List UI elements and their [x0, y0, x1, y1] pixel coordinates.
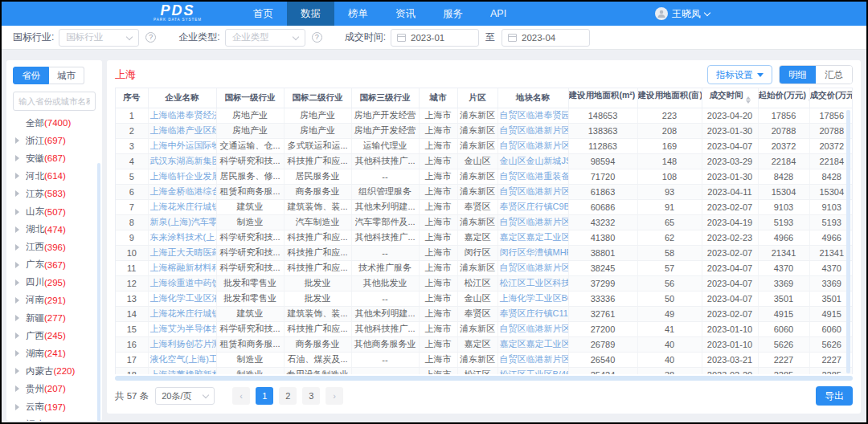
- expand-arrow-icon[interactable]: [15, 350, 23, 357]
- help-icon[interactable]: [145, 32, 156, 43]
- parcel-link[interactable]: 自贸区临港新片区0...: [500, 125, 569, 135]
- expand-arrow-icon[interactable]: [15, 173, 23, 179]
- province-item[interactable]: 河南(291): [6, 292, 102, 309]
- company-link[interactable]: 上海榕融新材料科...: [150, 263, 217, 272]
- nav-tab[interactable]: 服务: [429, 2, 477, 26]
- expand-arrow-icon[interactable]: [15, 226, 23, 233]
- parcel-link[interactable]: 金山区金山新城JS...: [500, 156, 569, 165]
- company-link[interactable]: 上海艾为半导体技...: [150, 324, 217, 333]
- province-item[interactable]: 广西(245): [6, 327, 102, 344]
- parcel-link[interactable]: 自贸区临港新片区...: [500, 354, 569, 364]
- column-header[interactable]: 成交价(万元): [809, 88, 853, 108]
- province-item[interactable]: 江苏(583): [6, 185, 102, 202]
- date-to-input[interactable]: 2023-04: [502, 29, 590, 47]
- page-size-select[interactable]: 20条/页: [155, 387, 215, 405]
- parcel-link[interactable]: 松江区工业区B/46...: [500, 369, 569, 374]
- user-menu[interactable]: 王晓凤: [655, 2, 710, 26]
- company-link[interactable]: 上海徐重道中药饮...: [150, 278, 217, 287]
- parcel-link[interactable]: 上海化学工业区B6-...: [500, 293, 569, 303]
- company-link[interactable]: 上海利扬创芯片测...: [150, 339, 217, 349]
- expand-arrow-icon[interactable]: [15, 385, 23, 392]
- province-item[interactable]: 四川(295): [6, 274, 102, 292]
- company-link[interactable]: 武汉东湖高新集团...: [150, 156, 217, 165]
- next-page-button[interactable]: ›: [326, 387, 343, 405]
- province-item[interactable]: 安徽(687): [6, 149, 102, 167]
- nav-tab[interactable]: 榜单: [334, 2, 382, 26]
- parcel-link[interactable]: 自贸区临港新片区P...: [500, 324, 569, 333]
- view-toggle-option[interactable]: 汇总: [816, 66, 852, 84]
- company-link[interactable]: 上海花米庄行城镇...: [150, 308, 217, 318]
- expand-arrow-icon[interactable]: [15, 315, 23, 321]
- page-button[interactable]: 2: [279, 387, 297, 405]
- page-button[interactable]: 3: [302, 387, 320, 405]
- expand-arrow-icon[interactable]: [15, 209, 23, 215]
- export-button[interactable]: 导出: [816, 386, 853, 406]
- expand-arrow-icon[interactable]: [15, 279, 23, 286]
- province-item[interactable]: 内蒙古(220): [6, 362, 102, 380]
- sort-icon[interactable]: [746, 94, 751, 106]
- province-item[interactable]: 全部(7400): [6, 114, 102, 132]
- province-item[interactable]: 湖南(241): [6, 344, 102, 362]
- company-link[interactable]: 上海中外运国际物...: [150, 141, 217, 150]
- company-link[interactable]: 上海临港奉贤经济...: [150, 110, 217, 120]
- province-item[interactable]: 湖北(474): [6, 221, 102, 238]
- parcel-link[interactable]: 奉贤区庄行镇C9B-7...: [500, 202, 569, 211]
- vertical-scrollbar[interactable]: [846, 110, 850, 373]
- date-from-input[interactable]: 2023-01: [391, 29, 479, 47]
- expand-arrow-icon[interactable]: [15, 368, 23, 374]
- province-item[interactable]: 贵州(207): [6, 380, 102, 398]
- province-item[interactable]: 福建(172): [6, 416, 102, 421]
- region-tab[interactable]: 城市: [49, 67, 84, 84]
- parcel-link[interactable]: 自贸区临港奉贤园...: [500, 110, 569, 120]
- province-item[interactable]: 云南(197): [6, 398, 102, 416]
- nav-tab[interactable]: 首页: [240, 2, 287, 26]
- nav-tab[interactable]: 数据: [287, 2, 334, 26]
- parcel-link[interactable]: 嘉定区嘉定工业区(...: [500, 339, 569, 349]
- parcel-link[interactable]: 松江区工业区科技...: [500, 278, 569, 287]
- expand-arrow-icon[interactable]: [15, 244, 23, 251]
- column-header[interactable]: 建设用地面积(m²): [568, 88, 637, 108]
- province-item[interactable]: 河北(614): [6, 167, 102, 185]
- parcel-link[interactable]: 自贸区临港新片区...: [500, 186, 569, 196]
- pds-logo[interactable]: PDS PARK DATA SYSTEM: [154, 3, 202, 22]
- company-link[interactable]: 上海诗董橡胶新材...: [150, 369, 217, 374]
- nav-tab[interactable]: 资讯: [382, 2, 429, 26]
- expand-arrow-icon[interactable]: [15, 137, 23, 144]
- column-header[interactable]: 起始价(万元): [758, 88, 809, 108]
- expand-arrow-icon[interactable]: [15, 190, 23, 197]
- parcel-link[interactable]: 自贸区临港重装备...: [500, 171, 569, 181]
- parcel-link[interactable]: 闵行区华漕镇MHP0...: [500, 247, 569, 257]
- parcel-link[interactable]: 自贸区临港新片区...: [500, 263, 569, 272]
- province-item[interactable]: 新疆(277): [6, 309, 102, 327]
- sidebar-scrollbar[interactable]: [97, 163, 100, 421]
- region-search-input[interactable]: [13, 92, 96, 111]
- prev-page-button[interactable]: ‹: [232, 387, 250, 405]
- expand-arrow-icon[interactable]: [15, 155, 23, 161]
- company-type-select[interactable]: 企业类型: [225, 29, 305, 47]
- expand-arrow-icon[interactable]: [15, 262, 23, 268]
- province-item[interactable]: 江西(396): [6, 238, 102, 256]
- view-toggle-option[interactable]: 明细: [780, 66, 816, 84]
- expand-arrow-icon[interactable]: [15, 297, 23, 304]
- metric-settings-button[interactable]: 指标设置: [707, 65, 772, 84]
- help-icon[interactable]: [312, 32, 322, 43]
- column-header[interactable]: 成交时间: [702, 88, 758, 108]
- company-link[interactable]: 上海正大天晴医药...: [150, 247, 217, 257]
- parcel-link[interactable]: 奉贤区庄行镇C11-2...: [500, 308, 569, 318]
- company-link[interactable]: 上海金桥临港综合...: [150, 186, 217, 196]
- company-link[interactable]: 东来涂料技术(上...: [150, 232, 217, 242]
- expand-arrow-icon[interactable]: [15, 332, 23, 339]
- company-link[interactable]: 上海花米庄行城镇...: [150, 202, 217, 211]
- parcel-link[interactable]: 自贸区临港新片区...: [500, 141, 569, 150]
- parcel-link[interactable]: 嘉定区嘉定工业区(...: [500, 232, 569, 242]
- province-item[interactable]: 广东(367): [6, 256, 102, 274]
- company-link[interactable]: 上海临港产业区经...: [150, 125, 217, 135]
- industry-select[interactable]: 国标行业: [59, 29, 139, 47]
- company-link[interactable]: 上海化学工业区液...: [150, 293, 217, 303]
- horizontal-scrollbar[interactable]: [115, 376, 853, 381]
- province-item[interactable]: 山东(507): [6, 202, 102, 220]
- page-button[interactable]: 1: [256, 387, 273, 405]
- parcel-link[interactable]: 自贸区临港新片区...: [500, 217, 569, 226]
- column-header[interactable]: 建设用地面积(亩): [637, 88, 702, 108]
- company-link[interactable]: 上海临轩企业发展...: [150, 171, 217, 181]
